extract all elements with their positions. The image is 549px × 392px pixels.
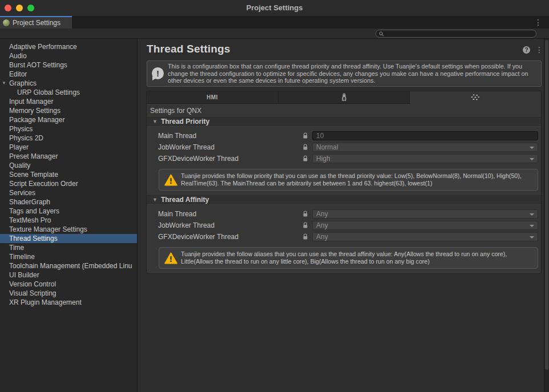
lock-icon[interactable]	[301, 233, 310, 240]
sidebar-item-physics[interactable]: Physics	[0, 124, 137, 134]
search-input[interactable]	[386, 31, 529, 37]
foldout-icon[interactable]: ▼	[152, 119, 158, 124]
section-header-thread-priority[interactable]: ▼ Thread Priority	[147, 117, 541, 127]
jobworker-affinity-dropdown[interactable]: Any	[312, 221, 538, 230]
sidebar-item-package-manager[interactable]: Package Manager	[0, 115, 137, 124]
sidebar-item-shadergraph[interactable]: ShaderGraph	[0, 197, 137, 207]
setting-label: GFXDeviceWorker Thread	[158, 155, 301, 163]
sidebar-item-audio[interactable]: Audio	[0, 51, 137, 60]
lock-icon[interactable]	[301, 211, 310, 217]
scrollbar-thumb[interactable]	[545, 40, 548, 370]
setting-row-gfxdeviceworker-priority: GFXDeviceWorker Thread High	[147, 153, 538, 164]
chevron-down-icon	[530, 225, 534, 227]
sidebar-item-tags-and-layers[interactable]: Tags and Layers	[0, 207, 137, 216]
sidebar-item-thread-settings[interactable]: Thread Settings	[0, 234, 137, 243]
setting-row-main-thread-priority: Main Thread	[147, 130, 538, 142]
setting-label: JobWorker Thread	[158, 143, 301, 151]
sidebar-item-timeline[interactable]: Timeline	[0, 252, 137, 261]
tab-strip: Project Settings ⋮	[0, 16, 549, 29]
window-title: Project Settings	[0, 3, 549, 12]
sidebar-item-adaptive-performance[interactable]: Adaptive Performance	[0, 42, 137, 51]
sidebar-item-physics-2d[interactable]: Physics 2D	[0, 134, 137, 143]
setting-label: Main Thread	[158, 210, 301, 218]
jobworker-priority-dropdown[interactable]: Normal	[312, 143, 538, 152]
sidebar-item-visual-scripting[interactable]: Visual Scripting	[0, 289, 137, 298]
setting-row-gfxdeviceworker-affinity: GFXDeviceWorker Thread Any	[147, 231, 538, 243]
lock-icon[interactable]	[301, 132, 310, 139]
titlebar: Project Settings	[0, 0, 549, 16]
main-panel: Thread Settings ? ⋮ ! This is a configur…	[138, 39, 549, 392]
sidebar-item-memory-settings[interactable]: Memory Settings	[0, 106, 137, 115]
sidebar-item-version-control[interactable]: Version Control	[0, 280, 137, 289]
info-bubble-icon: !	[152, 67, 164, 79]
info-text: This is a configuration box that can con…	[168, 63, 536, 84]
gfxdeviceworker-affinity-dropdown[interactable]: Any	[312, 232, 538, 241]
platform-tab-embedded-linux[interactable]	[278, 91, 410, 104]
sidebar-item-scene-template[interactable]: Scene Template	[0, 170, 137, 179]
search-box[interactable]	[376, 30, 536, 38]
lock-icon[interactable]	[301, 222, 310, 229]
sidebar-item-player[interactable]: Player	[0, 143, 137, 152]
section-header-thread-affinity[interactable]: ▼ Thread Affinity	[147, 195, 541, 205]
sidebar-item-urp-global-settings[interactable]: URP Global Settings	[0, 88, 137, 97]
gfxdeviceworker-priority-dropdown[interactable]: High	[312, 154, 538, 163]
platform-tab-qnx[interactable]	[410, 91, 541, 104]
sidebar-item-input-manager[interactable]: Input Manager	[0, 97, 137, 106]
sidebar-item-quality[interactable]: Quality	[0, 161, 137, 170]
chevron-down-icon	[530, 158, 534, 160]
lock-icon[interactable]	[301, 144, 310, 151]
sidebar-item-time[interactable]: Time	[0, 243, 137, 252]
sidebar-item-services[interactable]: Services	[0, 188, 137, 197]
info-box: ! This is a configuration box that can c…	[147, 60, 542, 87]
project-settings-window: Project Settings Project Settings ⋮ Adap…	[0, 0, 549, 392]
warning-triangle-icon	[164, 174, 177, 188]
sidebar-item-graphics[interactable]: ▼Graphics	[0, 79, 137, 88]
kebab-menu-icon[interactable]: ⋮	[535, 46, 543, 54]
setting-row-jobworker-affinity: JobWorker Thread Any	[147, 220, 538, 231]
settings-for-label: Settings for QNX	[147, 104, 541, 117]
setting-label: GFXDeviceWorker Thread	[158, 233, 301, 241]
page-title: Thread Settings	[147, 43, 540, 55]
settings-sidebar[interactable]: Adaptive Performance Audio Burst AOT Set…	[0, 39, 138, 392]
tab-project-settings[interactable]: Project Settings	[0, 16, 72, 29]
platform-settings-group: HMI	[146, 91, 542, 274]
toolbar-row	[0, 29, 549, 39]
chevron-down-icon	[530, 213, 534, 216]
sidebar-item-ui-builder[interactable]: UI Builder	[0, 270, 137, 280]
main-thread-priority-input[interactable]	[312, 131, 538, 140]
warning-text: Tuanjie provides the follow priority tha…	[181, 172, 533, 187]
kebab-menu-icon[interactable]: ⋮	[534, 18, 542, 26]
vertical-scrollbar[interactable]	[544, 39, 549, 392]
foldout-icon[interactable]: ▼	[152, 197, 158, 203]
sidebar-item-textmesh-pro[interactable]: TextMesh Pro	[0, 216, 137, 225]
setting-row-main-thread-affinity: Main Thread Any	[147, 208, 538, 220]
search-icon	[379, 31, 384, 37]
platform-tab-hmi[interactable]: HMI	[147, 91, 278, 104]
sidebar-item-toolchain-management[interactable]: Toolchain Management (Embedded Linu	[0, 261, 137, 270]
tab-label: Project Settings	[13, 19, 60, 27]
affinity-warning-box: Tuanjie provides the follow aliases that…	[159, 247, 538, 269]
sidebar-item-texture-manager-settings[interactable]: Texture Manager Settings	[0, 225, 137, 234]
chevron-down-icon	[530, 236, 534, 239]
platform-tab-bar: HMI	[147, 91, 541, 104]
main-header: Thread Settings ? ⋮	[138, 39, 549, 55]
setting-label: JobWorker Thread	[158, 221, 301, 229]
lock-icon[interactable]	[301, 155, 310, 162]
sidebar-item-xr-plugin-management[interactable]: XR Plugin Management	[0, 298, 137, 307]
qnx-dots-icon	[471, 94, 480, 100]
sidebar-item-preset-manager[interactable]: Preset Manager	[0, 152, 137, 161]
foldout-icon[interactable]: ▼	[2, 79, 6, 88]
linux-penguin-icon	[341, 93, 348, 101]
warning-triangle-icon	[164, 252, 177, 266]
sidebar-item-script-execution-order[interactable]: Script Execution Order	[0, 179, 137, 188]
setting-label: Main Thread	[158, 132, 301, 140]
setting-row-jobworker-priority: JobWorker Thread Normal	[147, 142, 538, 153]
project-settings-icon	[3, 19, 10, 26]
main-thread-affinity-dropdown[interactable]: Any	[312, 209, 538, 219]
help-icon[interactable]: ?	[523, 46, 530, 54]
warning-text: Tuanjie provides the follow aliases that…	[181, 250, 533, 265]
priority-warning-box: Tuanjie provides the follow priority tha…	[159, 169, 538, 191]
chevron-down-icon	[530, 147, 534, 149]
sidebar-item-editor[interactable]: Editor	[0, 70, 137, 79]
sidebar-item-burst-aot[interactable]: Burst AOT Settings	[0, 60, 137, 70]
